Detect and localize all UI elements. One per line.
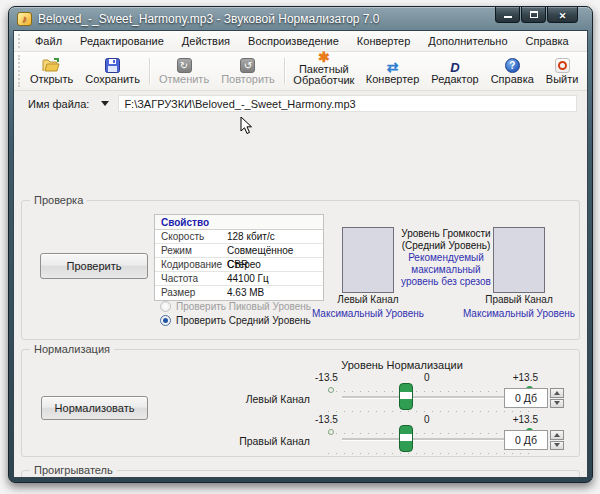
prop-key: Частота bbox=[155, 272, 227, 285]
max-level-link-right[interactable]: Максимальный Уровень bbox=[454, 308, 584, 319]
save-floppy-icon bbox=[105, 55, 120, 73]
converter-arrows-icon bbox=[387, 55, 399, 73]
prop-value: CBR bbox=[227, 258, 323, 271]
menu-converter[interactable]: Конвертер bbox=[348, 32, 419, 50]
minimize-button[interactable] bbox=[495, 7, 520, 23]
table-row: Частота44100 Гц bbox=[155, 272, 323, 286]
scale-mid-label: 0 bbox=[424, 372, 430, 383]
left-db-input[interactable]: 0 Дб bbox=[504, 388, 548, 408]
menu-extra[interactable]: Дополнительно bbox=[419, 32, 516, 50]
radio-peak-label: Проверить Пиковый Уровень bbox=[176, 301, 311, 312]
level-title-line1: Уровень Громкости bbox=[388, 228, 504, 240]
slider-ticks bbox=[328, 453, 534, 454]
normalize-button[interactable]: Нормализовать bbox=[41, 396, 148, 420]
spin-down-button[interactable] bbox=[550, 399, 564, 409]
caption-buttons bbox=[495, 7, 578, 23]
table-row: Размер4.63 МВ bbox=[155, 286, 323, 300]
normalize-group: Нормализация Нормализовать Уровень Норма… bbox=[21, 349, 580, 457]
minimize-icon bbox=[504, 16, 512, 18]
level-title-line2: (Средний Уровень) bbox=[388, 240, 504, 252]
slider-min-marker bbox=[328, 387, 334, 393]
recommend-line1: Рекомендуемый bbox=[388, 252, 504, 264]
normalize-button-label: Нормализовать bbox=[55, 402, 135, 414]
exit-label: Выйти bbox=[546, 74, 579, 85]
filename-value: F:\ЗАГРУЗКИ\Beloved_-_Sweet_Harmony.mp3 bbox=[124, 98, 355, 110]
batch-gear-icon bbox=[318, 55, 330, 63]
slider-thumb[interactable] bbox=[399, 425, 413, 452]
player-group: Проигрыватель bbox=[21, 470, 580, 478]
redo-button[interactable]: Повторить bbox=[215, 54, 281, 90]
radio-icon bbox=[160, 301, 171, 312]
right-db-input[interactable]: 0 Дб bbox=[504, 430, 548, 450]
chevron-down-icon bbox=[101, 101, 109, 106]
radio-icon-selected bbox=[160, 315, 171, 326]
filename-field[interactable]: F:\ЗАГРУЗКИ\Beloved_-_Sweet_Harmony.mp3 bbox=[118, 95, 577, 112]
open-button[interactable]: Открыть bbox=[24, 54, 79, 90]
scale-max-label: +13.5 bbox=[513, 414, 538, 425]
filename-label: Имя файла: bbox=[28, 98, 89, 110]
right-channel-label: Правый Канал bbox=[469, 294, 569, 305]
prop-key: Кодирование bbox=[155, 258, 227, 271]
save-button[interactable]: Сохранить bbox=[79, 54, 146, 90]
prop-value: Совмещённое Стерео bbox=[227, 244, 323, 257]
titlebar[interactable]: Beloved_-_Sweet_Harmony.mp3 - Звуковой Н… bbox=[9, 7, 592, 30]
scale-min-label: -13.5 bbox=[315, 414, 338, 425]
arrow-up-icon bbox=[554, 433, 560, 437]
arrow-down-icon bbox=[554, 443, 560, 447]
open-label: Открыть bbox=[30, 74, 73, 85]
batch-label: Пакетный Обработчик bbox=[293, 64, 354, 86]
exit-button[interactable]: Выйти bbox=[540, 54, 585, 90]
menu-file[interactable]: Файл bbox=[26, 32, 71, 50]
redo-label: Повторить bbox=[221, 74, 275, 85]
table-row: КодированиеCBR bbox=[155, 258, 323, 272]
maximize-button[interactable] bbox=[521, 7, 546, 23]
help-button[interactable]: Справка bbox=[485, 54, 540, 90]
prop-value: 44100 Гц bbox=[227, 272, 323, 285]
arrow-up-icon bbox=[554, 391, 560, 395]
recommend-line3: уровень без срезов bbox=[388, 276, 504, 288]
close-button[interactable] bbox=[547, 7, 578, 23]
properties-table: Свойство Скорость128 кбит/с РежимСовмещё… bbox=[154, 214, 324, 301]
converter-button[interactable]: Конвертер bbox=[360, 54, 425, 90]
menu-edit[interactable]: Редактирование bbox=[71, 32, 173, 50]
spin-down-button[interactable] bbox=[550, 441, 564, 451]
filename-dropdown-button[interactable] bbox=[97, 96, 112, 111]
prop-key: Режим bbox=[155, 244, 227, 257]
spin-up-button[interactable] bbox=[550, 430, 564, 440]
check-group: Проверка Проверить Свойство Скорость128 … bbox=[21, 200, 580, 340]
max-level-link-left[interactable]: Максимальный Уровень bbox=[303, 308, 433, 319]
properties-header: Свойство bbox=[155, 215, 323, 230]
table-row: РежимСовмещённое Стерео bbox=[155, 244, 323, 258]
filename-row: Имя файла: F:\ЗАГРУЗКИ\Beloved_-_Sweet_H… bbox=[28, 93, 577, 114]
radio-avg-label: Проверить Средний Уровень bbox=[176, 315, 311, 326]
scale-max-label: +13.5 bbox=[513, 372, 538, 383]
radio-check-average-level[interactable]: Проверить Средний Уровень bbox=[160, 315, 311, 326]
prop-value: 4.63 МВ bbox=[227, 286, 323, 300]
left-db-value: 0 Дб bbox=[515, 392, 537, 404]
slider-thumb[interactable] bbox=[399, 383, 413, 410]
mouse-cursor bbox=[240, 116, 254, 136]
right-db-spinner bbox=[550, 430, 564, 450]
menu-actions[interactable]: Действия bbox=[173, 32, 239, 50]
menu-help[interactable]: Справка bbox=[517, 32, 578, 50]
check-button-label: Проверить bbox=[66, 260, 121, 272]
toolbar-separator bbox=[149, 58, 150, 84]
check-button[interactable]: Проверить bbox=[40, 253, 148, 279]
content: Проверка Проверить Свойство Скорость128 … bbox=[14, 116, 587, 478]
undo-button[interactable]: Отменить bbox=[153, 54, 215, 90]
spin-up-button[interactable] bbox=[550, 388, 564, 398]
scale-mid-label: 0 bbox=[424, 414, 430, 425]
editor-label: Редактор bbox=[431, 74, 478, 85]
app-window: Beloved_-_Sweet_Harmony.mp3 - Звуковой Н… bbox=[8, 6, 593, 483]
batch-processor-button[interactable]: Пакетный Обработчик bbox=[288, 54, 360, 90]
left-channel-label: Левый Канал bbox=[318, 294, 418, 305]
normalize-right-channel-label: Правый Канал bbox=[210, 435, 310, 447]
menu-playback[interactable]: Воспроизведение bbox=[239, 32, 348, 50]
radio-check-peak-level[interactable]: Проверить Пиковый Уровень bbox=[160, 301, 311, 312]
prop-value: 128 кбит/с bbox=[227, 230, 323, 243]
editor-button[interactable]: Редактор bbox=[425, 54, 484, 90]
open-folder-icon bbox=[42, 55, 61, 73]
window-title: Beloved_-_Sweet_Harmony.mp3 - Звуковой Н… bbox=[38, 12, 380, 26]
prop-key: Скорость bbox=[155, 230, 227, 243]
left-channel-meter bbox=[342, 227, 394, 293]
